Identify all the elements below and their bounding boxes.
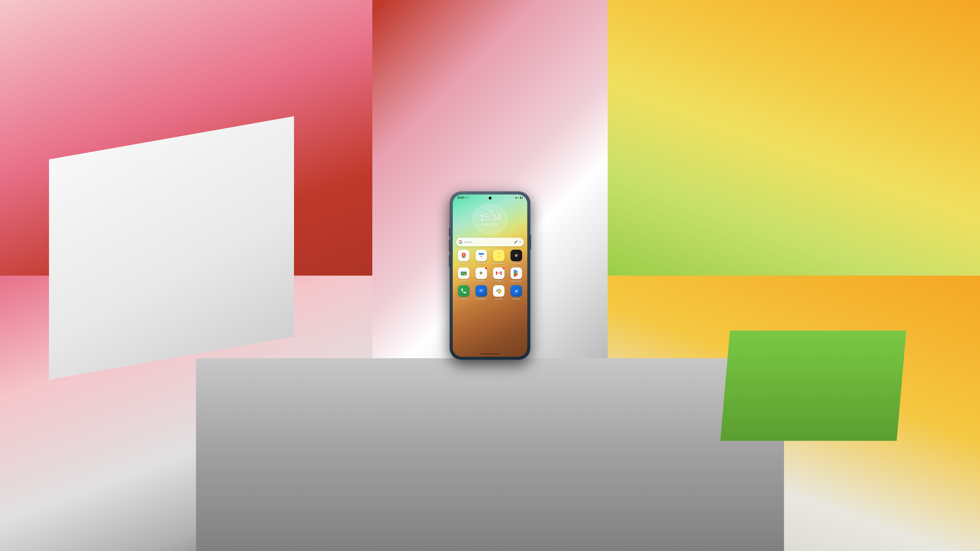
background (0, 0, 327, 184)
